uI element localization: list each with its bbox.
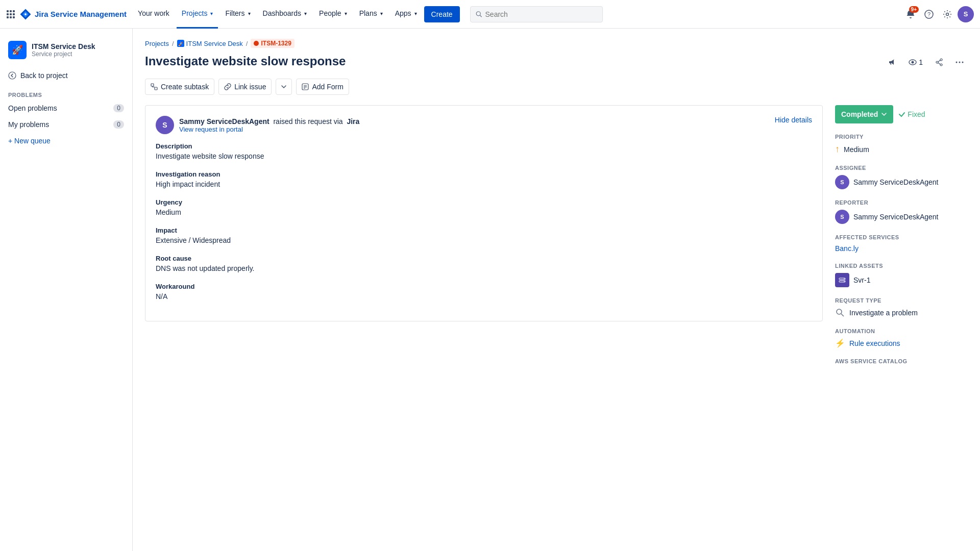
assignee-value: S Sammy ServiceDeskAgent [835, 175, 968, 189]
create-subtask-button[interactable]: Create subtask [145, 79, 214, 95]
main-content: Projects / 🚀 ITSM Service Desk / ITSM-13… [133, 29, 980, 551]
svg-point-13 [946, 13, 949, 15]
impact-label: Impact [156, 227, 812, 234]
assignee-section: Assignee S Sammy ServiceDeskAgent [835, 165, 968, 189]
completed-status-button[interactable]: Completed [835, 105, 893, 123]
svg-rect-28 [151, 84, 154, 86]
back-to-project-button[interactable]: Back to project [0, 67, 132, 84]
settings-button[interactable] [939, 6, 955, 22]
rule-executions-link[interactable]: Rule executions [849, 339, 900, 347]
more-toolbar-button[interactable] [276, 79, 292, 95]
svg-line-24 [938, 63, 940, 64]
notifications-button[interactable]: 9+ [902, 6, 919, 22]
automation-value: ⚡ Rule executions [835, 338, 968, 348]
svg-point-26 [959, 62, 961, 63]
workaround-label: Workaround [156, 283, 812, 290]
nav-projects[interactable]: Projects ▾ [177, 0, 218, 29]
server-icon [839, 277, 846, 284]
request-type-title: Request Type [835, 297, 968, 304]
view-portal-link[interactable]: View request in portal [179, 126, 243, 133]
search-input[interactable] [485, 10, 597, 18]
svg-line-23 [938, 60, 940, 62]
affected-services-section: Affected services Banc.ly [835, 234, 968, 253]
search-bar[interactable] [470, 6, 603, 22]
reporter-section: Reporter S Sammy ServiceDeskAgent [835, 199, 968, 224]
issue-body: S Sammy ServiceDeskAgent raised this req… [145, 105, 968, 374]
issue-right-panel: Completed Fixed Priority [835, 105, 968, 374]
svg-point-38 [837, 309, 842, 314]
sidebar-section-problems: Problems [0, 88, 132, 100]
issue-header-actions: 1 [884, 54, 968, 70]
nav-people[interactable]: People ▾ [314, 0, 352, 29]
topnav-actions: 9+ ? S [902, 6, 974, 22]
sidebar-item-my-problems[interactable]: My problems 0 [0, 116, 132, 133]
dropdown-icon [280, 83, 287, 90]
project-chip-icon: 🚀 [177, 40, 184, 47]
nav-dashboards[interactable]: Dashboards ▾ [258, 0, 312, 29]
more-options-button[interactable] [951, 54, 968, 70]
plans-chevron-icon: ▾ [380, 11, 383, 16]
svg-point-36 [844, 279, 845, 280]
sidebar-item-open-problems[interactable]: Open problems 0 [0, 100, 132, 116]
dashboards-chevron-icon: ▾ [304, 11, 307, 16]
request-type-section: Request Type Investigate a problem [835, 297, 968, 318]
my-problems-count: 0 [113, 120, 124, 129]
user-avatar[interactable]: S [958, 6, 974, 22]
linked-assets-section: LINKED ASSETS Svr-1 [835, 263, 968, 287]
subtask-icon [151, 83, 158, 90]
automation-section: Automation ⚡ Rule executions [835, 328, 968, 348]
project-icon: 🚀 [8, 41, 27, 59]
people-chevron-icon: ▾ [345, 11, 347, 16]
urgency-label: Urgency [156, 198, 812, 206]
priority-value: ↑ Medium [835, 144, 968, 155]
help-button[interactable]: ? [921, 6, 937, 22]
nav-apps[interactable]: Apps ▾ [390, 0, 422, 29]
breadcrumb-project[interactable]: 🚀 ITSM Service Desk [177, 40, 243, 47]
breadcrumb-issue-id[interactable]: ITSM-1329 [251, 39, 294, 48]
svg-text:?: ? [927, 11, 930, 17]
hide-details-link[interactable]: Hide details [775, 116, 812, 124]
share-button[interactable] [931, 54, 947, 70]
svg-point-22 [940, 64, 942, 66]
aws-section: AWS Service Catalog [835, 358, 968, 364]
link-issue-button[interactable]: Link issue [218, 79, 272, 95]
svg-rect-3 [7, 13, 9, 15]
reporter-section-title: Reporter [835, 199, 968, 206]
status-chevron-icon [881, 111, 887, 117]
svg-text:🚀: 🚀 [178, 41, 183, 46]
grid-menu-icon[interactable] [6, 10, 15, 19]
new-queue-button[interactable]: + New queue [0, 133, 132, 149]
back-arrow-icon [8, 71, 16, 80]
breadcrumb: Projects / 🚀 ITSM Service Desk / ITSM-13… [145, 39, 968, 48]
add-form-button[interactable]: Add Form [296, 79, 349, 95]
comment-author: S Sammy ServiceDeskAgent raised this req… [156, 116, 359, 134]
app-logo[interactable]: Jira Service Management [19, 8, 127, 20]
breadcrumb-sep-1: / [172, 40, 174, 47]
author-name: Sammy ServiceDeskAgent raised this reque… [179, 117, 359, 126]
breadcrumb-projects[interactable]: Projects [145, 40, 169, 47]
svg-rect-1 [10, 10, 12, 12]
request-type-value: Investigate a problem [835, 308, 968, 318]
nav-plans[interactable]: Plans ▾ [354, 0, 388, 29]
create-button[interactable]: Create [424, 6, 460, 22]
watch-button[interactable] [884, 54, 900, 70]
svg-line-10 [480, 15, 481, 17]
comment-meta: View request in portal [179, 126, 359, 133]
app-layout: 🚀 ITSM Service Desk Service project Back… [0, 29, 980, 551]
impact-value: Extensive / Widespread [156, 236, 812, 244]
issue-left-column: S Sammy ServiceDeskAgent raised this req… [145, 105, 823, 374]
watchers-button[interactable]: 1 [904, 54, 927, 70]
nav-your-work[interactable]: Your work [133, 0, 175, 29]
svg-point-17 [254, 41, 259, 46]
projects-chevron-icon: ▾ [210, 11, 213, 16]
issue-chip-icon [254, 41, 259, 46]
svg-point-21 [936, 61, 938, 63]
urgency-value: Medium [156, 208, 812, 216]
svg-rect-7 [10, 16, 12, 18]
status-row: Completed Fixed [835, 105, 968, 123]
investigate-icon [835, 308, 845, 318]
affected-service-link[interactable]: Banc.ly [835, 244, 859, 253]
svg-rect-5 [13, 13, 15, 15]
field-impact: Impact Extensive / Widespread [156, 227, 812, 244]
nav-filters[interactable]: Filters ▾ [220, 0, 255, 29]
